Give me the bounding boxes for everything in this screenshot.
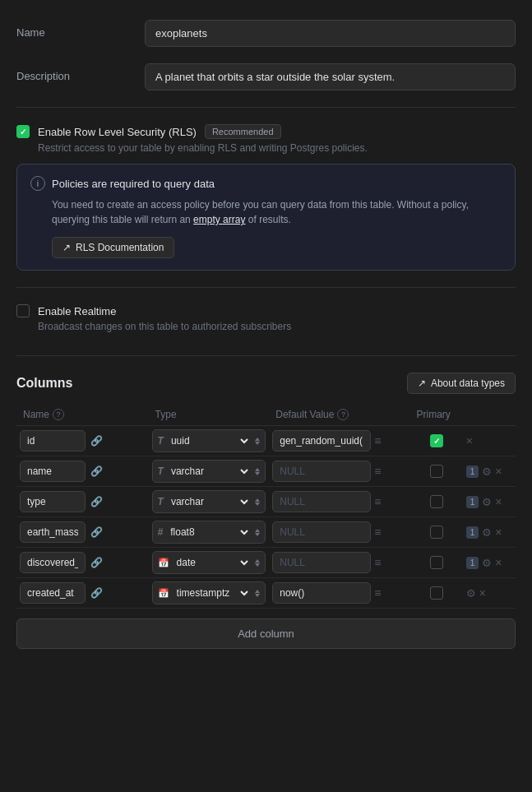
- list-icon-3[interactable]: ≡: [374, 526, 381, 539]
- type-wrapper-2[interactable]: T varchar text int4 bool: [152, 490, 266, 513]
- type-icon-3: #: [158, 526, 164, 538]
- table-row: 🔗 📅 date text int4 bool ≡: [16, 548, 516, 578]
- primary-checkbox-4[interactable]: [430, 556, 443, 569]
- link-icon-1[interactable]: 🔗: [90, 465, 103, 477]
- recommended-badge: Recommended: [205, 124, 281, 139]
- gear-icon-3[interactable]: ⚙: [482, 526, 492, 539]
- link-icon-5[interactable]: 🔗: [90, 587, 103, 599]
- gear-icon-5[interactable]: ⚙: [466, 587, 476, 600]
- type-wrapper-1[interactable]: T varchar text int4 bool: [152, 460, 266, 483]
- table-row: 🔗 T varchar text int4 bool ≡: [16, 487, 516, 517]
- name-help-icon: ?: [53, 409, 64, 420]
- close-icon-3[interactable]: ×: [495, 526, 502, 539]
- list-icon-2[interactable]: ≡: [374, 495, 381, 508]
- default-input-0[interactable]: [272, 430, 371, 452]
- list-icon-1[interactable]: ≡: [374, 465, 381, 478]
- divider-1: [16, 107, 516, 108]
- about-data-types-button[interactable]: ↗ About data types: [407, 373, 516, 394]
- type-select-5[interactable]: timestamptz text int4 bool: [173, 586, 252, 600]
- realtime-label: Enable Realtime: [38, 305, 116, 317]
- external-link-icon: ↗: [62, 242, 71, 253]
- default-input-1[interactable]: [272, 461, 371, 482]
- type-select-1[interactable]: varchar text int4 bool: [168, 465, 251, 478]
- type-select-4[interactable]: date text int4 bool: [173, 556, 252, 569]
- type-chevrons-3: [255, 529, 260, 536]
- default-input-2[interactable]: [272, 491, 371, 512]
- close-icon-4[interactable]: ×: [495, 556, 502, 569]
- columns-title: Columns: [16, 376, 72, 391]
- primary-checkbox-2[interactable]: [430, 495, 443, 508]
- col-name-input-1[interactable]: [20, 461, 86, 482]
- columns-section: Columns ↗ About data types Name ? Type: [16, 373, 516, 649]
- table-row: 🔗 T varchar text int4 bool ≡: [16, 456, 516, 487]
- divider-2: [16, 287, 516, 288]
- primary-checkbox-3[interactable]: [430, 526, 443, 539]
- link-icon-3[interactable]: 🔗: [90, 526, 103, 538]
- default-help-icon: ?: [337, 409, 349, 420]
- type-select-3[interactable]: float8 text int4 bool: [167, 526, 251, 539]
- description-input[interactable]: [145, 63, 516, 90]
- type-chevrons-0: [255, 438, 260, 445]
- table-row: 🔗 📅 timestamptz text int4 bool: [16, 578, 516, 609]
- policy-body: You need to create an access policy befo…: [52, 197, 502, 227]
- type-icon-4: 📅: [158, 558, 169, 568]
- realtime-checkbox[interactable]: [16, 304, 30, 317]
- type-icon-1: T: [158, 465, 164, 477]
- badge-4: 1: [466, 557, 479, 569]
- rls-label: Enable Row Level Security (RLS): [38, 126, 197, 138]
- type-select-2[interactable]: varchar text int4 bool: [168, 495, 251, 508]
- primary-header: Primary: [410, 404, 463, 426]
- primary-checkbox-0[interactable]: [430, 434, 443, 447]
- default-value-header: Default Value: [275, 409, 334, 420]
- gear-icon-1[interactable]: ⚙: [482, 465, 492, 478]
- rls-doc-button[interactable]: ↗ RLS Documentation: [52, 237, 174, 258]
- name-header: Name: [23, 409, 49, 420]
- col-name-input-3[interactable]: [20, 521, 86, 543]
- primary-checkbox-1[interactable]: [430, 465, 443, 478]
- list-icon-5[interactable]: ≡: [374, 586, 381, 600]
- type-wrapper-4[interactable]: 📅 date text int4 bool: [152, 551, 266, 574]
- badge-1: 1: [466, 465, 479, 478]
- close-icon-0[interactable]: ×: [466, 434, 473, 447]
- link-icon-4[interactable]: 🔗: [90, 557, 103, 568]
- type-wrapper-5[interactable]: 📅 timestamptz text int4 bool: [152, 581, 266, 604]
- default-input-3[interactable]: [272, 521, 371, 543]
- col-name-input-4[interactable]: [20, 552, 86, 573]
- default-input-4[interactable]: [272, 552, 371, 573]
- type-header: Type: [149, 404, 270, 426]
- close-icon-1[interactable]: ×: [495, 465, 502, 478]
- col-name-input-0[interactable]: [20, 430, 86, 452]
- columns-table: Name ? Type Default Value ? Primary: [16, 404, 516, 609]
- type-select-0[interactable]: uuid text int4 bool: [168, 434, 251, 447]
- rls-section: Enable Row Level Security (RLS) Recommen…: [16, 124, 516, 271]
- close-icon-5[interactable]: ×: [479, 586, 486, 600]
- primary-checkbox-5[interactable]: [430, 586, 443, 600]
- divider-3: [16, 355, 516, 356]
- type-icon-2: T: [158, 496, 164, 507]
- name-label: Name: [16, 20, 132, 39]
- gear-icon-2[interactable]: ⚙: [482, 496, 492, 508]
- rls-description: Restrict access to your table by enablin…: [38, 142, 516, 154]
- type-icon-5: 📅: [158, 588, 169, 599]
- col-name-input-2[interactable]: [20, 491, 86, 512]
- default-input-5[interactable]: [272, 582, 371, 604]
- type-chevrons-4: [255, 559, 260, 567]
- policy-title: Policies are required to query data: [52, 178, 215, 190]
- link-icon-2[interactable]: 🔗: [90, 496, 103, 507]
- type-chevrons-5: [255, 590, 260, 597]
- realtime-section: Enable Realtime Broadcast changes on thi…: [16, 304, 516, 332]
- list-icon-4[interactable]: ≡: [374, 556, 381, 569]
- badge-3: 1: [466, 526, 479, 539]
- type-wrapper-3[interactable]: # float8 text int4 bool: [152, 521, 266, 544]
- rls-checkbox[interactable]: [16, 125, 30, 138]
- type-wrapper-0[interactable]: T uuid text int4 bool: [152, 429, 266, 452]
- gear-icon-4[interactable]: ⚙: [482, 557, 492, 569]
- type-chevrons-2: [255, 498, 260, 506]
- list-icon-0[interactable]: ≡: [374, 434, 381, 447]
- add-column-button[interactable]: Add column: [16, 618, 516, 649]
- name-input[interactable]: [145, 20, 516, 47]
- close-icon-2[interactable]: ×: [495, 495, 502, 508]
- empty-array-link[interactable]: empty array: [193, 214, 245, 225]
- link-icon-0[interactable]: 🔗: [90, 435, 103, 447]
- col-name-input-5[interactable]: [20, 582, 86, 604]
